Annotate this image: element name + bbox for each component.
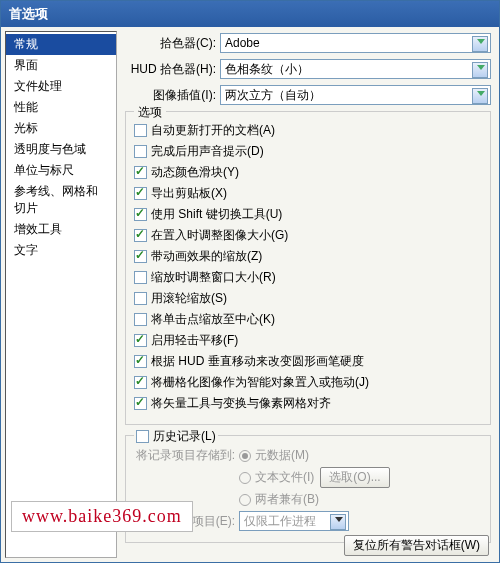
category-sidebar: 常规 界面 文件处理 性能 光标 透明度与色域 单位与标尺 参考线、网格和切片 … — [5, 31, 117, 558]
option-label-1: 完成后用声音提示(D) — [151, 143, 264, 160]
option-checkbox-1[interactable] — [134, 145, 147, 158]
history-save-label: 将记录项目存储到: — [134, 447, 239, 464]
sidebar-item-file-handling[interactable]: 文件处理 — [6, 76, 116, 97]
option-checkbox-7[interactable] — [134, 271, 147, 284]
radio-metadata-label: 元数据(M) — [255, 447, 309, 464]
option-checkbox-3[interactable] — [134, 187, 147, 200]
history-legend-label: 历史记录(L) — [153, 428, 216, 445]
chevron-down-icon — [477, 39, 485, 44]
sidebar-item-units[interactable]: 单位与标尺 — [6, 160, 116, 181]
option-checkbox-4[interactable] — [134, 208, 147, 221]
sidebar-item-performance[interactable]: 性能 — [6, 97, 116, 118]
color-picker-label: 拾色器(C): — [125, 35, 220, 52]
choose-button: 选取(O)... — [320, 467, 389, 488]
option-label-3: 导出剪贴板(X) — [151, 185, 227, 202]
history-checkbox[interactable] — [136, 430, 149, 443]
chevron-down-icon — [335, 517, 343, 522]
option-label-12: 将栅格化图像作为智能对象置入或拖动(J) — [151, 374, 369, 391]
chevron-down-icon — [477, 65, 485, 70]
reset-warnings-button[interactable]: 复位所有警告对话框(W) — [344, 535, 489, 556]
image-interp-label: 图像插值(I): — [125, 87, 220, 104]
sidebar-item-transparency[interactable]: 透明度与色域 — [6, 139, 116, 160]
history-edit-value: 仅限工作进程 — [244, 513, 316, 530]
hud-picker-label: HUD 拾色器(H): — [125, 61, 220, 78]
option-checkbox-2[interactable] — [134, 166, 147, 179]
sidebar-item-general[interactable]: 常规 — [6, 34, 116, 55]
sidebar-item-interface[interactable]: 界面 — [6, 55, 116, 76]
option-checkbox-12[interactable] — [134, 376, 147, 389]
image-interp-value: 两次立方（自动） — [225, 87, 321, 104]
option-label-5: 在置入时调整图像大小(G) — [151, 227, 288, 244]
sidebar-item-cursors[interactable]: 光标 — [6, 118, 116, 139]
color-picker-value: Adobe — [225, 36, 260, 50]
hud-picker-select[interactable]: 色相条纹（小） — [220, 59, 491, 79]
option-checkbox-9[interactable] — [134, 313, 147, 326]
history-edit-select: 仅限工作进程 — [239, 511, 349, 531]
option-label-7: 缩放时调整窗口大小(R) — [151, 269, 276, 286]
sidebar-item-guides[interactable]: 参考线、网格和切片 — [6, 181, 116, 219]
option-label-9: 将单击点缩放至中心(K) — [151, 311, 275, 328]
option-label-10: 启用轻击平移(F) — [151, 332, 238, 349]
hud-picker-value: 色相条纹（小） — [225, 61, 309, 78]
radio-textfile-label: 文本文件(I) — [255, 469, 314, 486]
options-fieldset: 选项 自动更新打开的文档(A)完成后用声音提示(D)动态颜色滑块(Y)导出剪贴板… — [125, 111, 491, 425]
chevron-down-icon — [477, 91, 485, 96]
option-checkbox-8[interactable] — [134, 292, 147, 305]
option-checkbox-5[interactable] — [134, 229, 147, 242]
option-checkbox-0[interactable] — [134, 124, 147, 137]
option-checkbox-10[interactable] — [134, 334, 147, 347]
options-legend: 选项 — [134, 104, 166, 121]
option-label-2: 动态颜色滑块(Y) — [151, 164, 239, 181]
radio-metadata — [239, 450, 251, 462]
image-interp-select[interactable]: 两次立方（自动） — [220, 85, 491, 105]
radio-both-label: 两者兼有(B) — [255, 491, 319, 508]
radio-textfile — [239, 472, 251, 484]
option-checkbox-11[interactable] — [134, 355, 147, 368]
option-checkbox-13[interactable] — [134, 397, 147, 410]
color-picker-select[interactable]: Adobe — [220, 33, 491, 53]
radio-both — [239, 494, 251, 506]
sidebar-item-type[interactable]: 文字 — [6, 240, 116, 261]
option-label-6: 带动画效果的缩放(Z) — [151, 248, 262, 265]
option-label-11: 根据 HUD 垂直移动来改变圆形画笔硬度 — [151, 353, 364, 370]
title-bar: 首选项 — [1, 1, 499, 27]
option-checkbox-6[interactable] — [134, 250, 147, 263]
option-label-0: 自动更新打开的文档(A) — [151, 122, 275, 139]
watermark: www.baike369.com — [11, 501, 193, 532]
sidebar-item-plugins[interactable]: 增效工具 — [6, 219, 116, 240]
option-label-4: 使用 Shift 键切换工具(U) — [151, 206, 282, 223]
option-label-13: 将矢量工具与变换与像素网格对齐 — [151, 395, 331, 412]
option-label-8: 用滚轮缩放(S) — [151, 290, 227, 307]
